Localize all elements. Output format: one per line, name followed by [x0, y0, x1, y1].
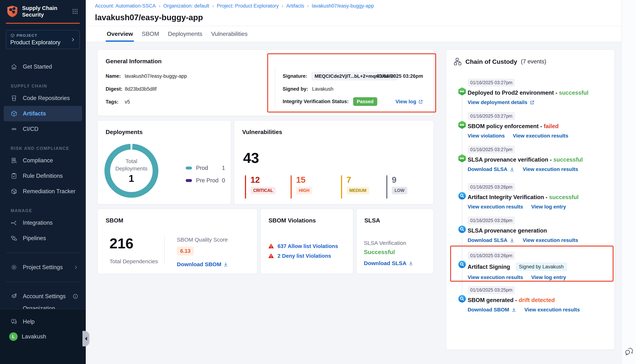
project-selector[interactable]: PROJECT Product Exploratory — [6, 30, 80, 49]
sidebar-item-artifacts[interactable]: Artifacts — [4, 106, 82, 121]
download-icon — [408, 261, 413, 266]
breadcrumb-current[interactable]: lavakush07/easy-buggy-app — [312, 3, 374, 9]
brand-accent-rule — [6, 23, 80, 24]
page-header: Account: Automation-SSCA › Organization:… — [86, 0, 621, 26]
download-icon — [510, 238, 515, 243]
breadcrumb-artifacts[interactable]: Artifacts — [286, 3, 304, 9]
tab-overview[interactable]: Overview — [107, 26, 133, 42]
event-title: SLSA provenance generation — [468, 228, 547, 234]
view-execution-results-link[interactable]: View execution results — [524, 307, 580, 313]
slsa-card: SLSA SLSA Verification Successful Downlo… — [356, 209, 434, 274]
chain-of-custody-header: Chain of Custody (7 events) — [454, 58, 546, 66]
avatar: L — [9, 332, 18, 341]
chevron-right-icon — [71, 37, 76, 42]
sitemap-icon — [454, 58, 462, 66]
view-execution-results-link[interactable]: View execution results — [468, 274, 523, 280]
sbom-total-label: Total Dependencies — [110, 258, 158, 264]
donut-center-label: Total Deployments 1 — [104, 144, 158, 198]
events-count: (7 events) — [521, 58, 546, 65]
severity-high: 15 HIGH — [290, 176, 312, 198]
download-slsa-link[interactable]: Download SLSA — [468, 237, 515, 243]
sidebar-item-cicd[interactable]: CI/CD — [0, 121, 86, 137]
sidebar-section-risk: RISK AND COMPLIANCE — [11, 146, 86, 151]
download-slsa-link[interactable]: Download SLSA — [468, 166, 515, 172]
external-link-icon — [418, 99, 423, 104]
view-deployment-details-link[interactable]: View deployment details — [468, 100, 535, 105]
chain-of-custody-card: Chain of Custody (7 events) 01/16/2025 0… — [446, 50, 615, 350]
help-chat-icon — [11, 318, 17, 325]
sidebar-item-rule-definitions[interactable]: Rule Definitions — [0, 168, 86, 184]
allow-list-violations-row: 637 Allow list Violations — [268, 243, 338, 249]
breadcrumb-project[interactable]: Project: Product Exploratory — [217, 3, 279, 9]
tab-sbom[interactable]: SBOM — [142, 26, 159, 42]
event-title: SBOM generated — [468, 297, 514, 304]
slsa-verification-status: Successful — [364, 249, 395, 256]
card-title: SBOM Violations — [268, 217, 316, 224]
right-panel-strip — [621, 0, 636, 364]
deployments-card: Deployments Total Deployments 1 Prod 1 P… — [98, 120, 231, 204]
view-log-entry-link[interactable]: View log entry — [531, 204, 566, 210]
signed-by-value: Lavakush — [312, 86, 334, 92]
event-timestamp: 01/16/2025 03:27pm — [468, 146, 515, 154]
breadcrumb-account[interactable]: Account: Automation-SSCA — [95, 3, 156, 9]
sidebar-item-integrations[interactable]: Integrations — [0, 215, 86, 230]
sidebar-section-supply-chain: SUPPLY CHAIN — [11, 84, 86, 88]
sidebar-item-remediation-tracker[interactable]: Remediation Tracker — [0, 184, 86, 199]
project-name: Product Exploratory — [10, 39, 71, 46]
cd-module-icon — [458, 87, 466, 96]
collapse-arrow-icon — [83, 336, 87, 341]
breadcrumb-organization[interactable]: Organization: default — [163, 3, 209, 9]
sidebar-item-pipelines[interactable]: Pipelines — [0, 230, 86, 246]
sidebar-divider — [6, 252, 80, 253]
event-timestamp: 01/16/2025 03:26pm — [468, 252, 515, 260]
signature-timestamp: 01/16/2025 03:26pm — [377, 73, 423, 79]
download-icon — [510, 167, 515, 172]
tab-bar: Overview SBOM Deployments Vulnerabilitie… — [86, 26, 621, 42]
coc-event-slsa-generation: 01/16/2025 03:26pm SLSA provenance gener… — [446, 216, 609, 243]
sidebar-item-project-settings[interactable]: Project Settings — [0, 260, 86, 275]
artifact-tags: v5 — [125, 99, 130, 105]
tab-vulnerabilities[interactable]: Vulnerabilities — [211, 26, 247, 42]
sidebar-item-help[interactable]: Help — [0, 315, 86, 329]
view-execution-results-link[interactable]: View execution results — [513, 133, 568, 139]
tab-deployments[interactable]: Deployments — [168, 26, 202, 42]
download-slsa-link[interactable]: Download SLSA — [364, 260, 413, 266]
download-sbom-link[interactable]: Download SBOM — [468, 307, 516, 313]
sidebar-item-get-started[interactable]: Get Started — [0, 59, 86, 74]
sidebar-item-account-settings[interactable]: Account Settings — [0, 289, 86, 304]
sbom-quality-score: 6.13 — [177, 246, 194, 256]
app-title: Supply Chain Security — [22, 5, 57, 18]
allow-list-violations-link[interactable]: 637 Allow list Violations — [277, 243, 338, 249]
home-icon — [11, 64, 17, 70]
sidebar-item-code-repositories[interactable]: Code Repositories — [0, 90, 86, 106]
coc-event-artifact-signing: 01/16/2025 03:26pm Artifact Signing Sign… — [446, 252, 609, 280]
sbom-total-dependencies: 216 — [110, 235, 133, 252]
download-sbom-link[interactable]: Download SBOM — [177, 261, 228, 268]
view-execution-results-link[interactable]: View execution results — [468, 204, 523, 210]
feedback-chat-icon[interactable] — [624, 347, 634, 357]
breadcrumb-separator: › — [281, 3, 283, 9]
view-violations-link[interactable]: View violations — [468, 133, 505, 139]
warning-icon — [268, 253, 274, 259]
view-execution-results-link[interactable]: View execution results — [523, 166, 578, 172]
app-grid-icon[interactable] — [72, 8, 78, 15]
deny-list-violations-link[interactable]: 2 Deny list Violations — [277, 253, 331, 259]
vulnerabilities-total: 43 — [243, 150, 259, 166]
name-row: Name: lavakush07/easy-buggy-app — [106, 73, 187, 79]
view-log-entry-link[interactable]: View log entry — [531, 274, 566, 280]
clipboard-check-icon — [11, 172, 17, 179]
sbom-violations-card: SBOM Violations 637 Allow list Violation… — [260, 209, 353, 274]
app-logo-shield-icon — [7, 5, 18, 18]
download-icon — [511, 308, 516, 312]
view-execution-results-link[interactable]: View execution results — [523, 237, 578, 243]
event-status: successful — [559, 90, 588, 96]
tags-row: Tags: v5 — [106, 99, 130, 105]
sidebar-collapse-handle[interactable] — [83, 331, 89, 346]
page-title: lavakush07/easy-buggy-app — [95, 13, 621, 22]
sidebar-item-compliance[interactable]: Compliance — [0, 153, 86, 168]
user-menu[interactable]: L Lavakush — [0, 329, 86, 344]
coc-event-integrity-verification: 01/16/2025 03:26pm Artifact Integrity Ve… — [446, 183, 609, 210]
severity-critical: 12 CRITICAL — [245, 176, 276, 198]
code-repo-icon — [11, 95, 17, 102]
view-log-link[interactable]: View log — [396, 99, 423, 104]
